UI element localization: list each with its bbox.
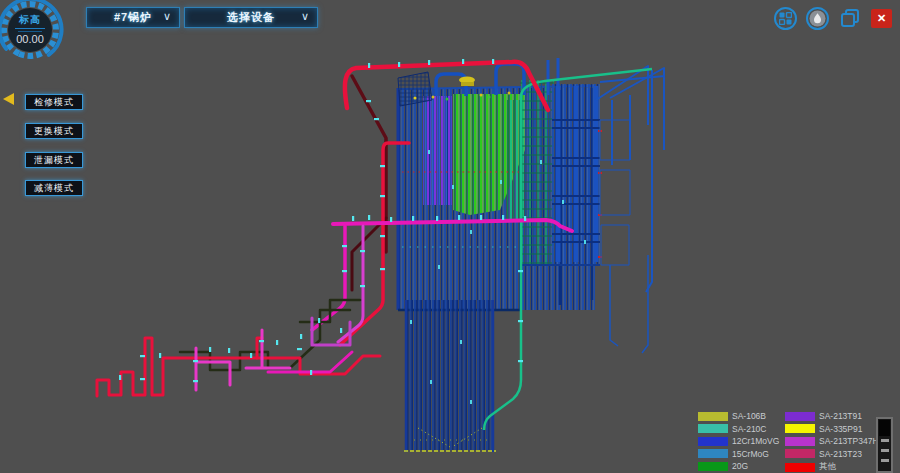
layout-grid-icon bbox=[779, 12, 792, 25]
collapse-arrow-icon[interactable] bbox=[3, 93, 14, 105]
chevron-down-icon: ∨ bbox=[163, 10, 171, 23]
legend-row: 12Cr1MoVG bbox=[698, 436, 779, 446]
droplet-icon bbox=[809, 10, 826, 27]
legend-swatch bbox=[698, 412, 728, 421]
furnace-hopper bbox=[404, 300, 496, 452]
gauge-label: 标高 bbox=[0, 13, 60, 27]
legend-row: 20G bbox=[698, 461, 748, 471]
boiler-3d-viewport[interactable] bbox=[0, 0, 900, 473]
legend-row: 15CrMoG bbox=[698, 449, 769, 459]
legend-code: 其他 bbox=[819, 461, 836, 473]
material-legend: SA-106B SA-210C 12Cr1MoVG 15CrMoG 20G SA… bbox=[694, 411, 894, 473]
mode-button-maintenance[interactable]: 检修模式 bbox=[25, 94, 83, 110]
scrollbar-tick bbox=[881, 459, 889, 462]
right-piping-frame bbox=[596, 66, 665, 353]
mode-button-replace[interactable]: 更换模式 bbox=[25, 123, 83, 139]
mode-button-thinning[interactable]: 减薄模式 bbox=[25, 180, 83, 196]
legend-swatch bbox=[785, 449, 815, 458]
legend-scrollbar[interactable] bbox=[876, 417, 893, 473]
legend-row: SA-213T23 bbox=[785, 449, 862, 459]
legend-code: SA-213T23 bbox=[819, 449, 862, 459]
device-select-dropdown[interactable]: 选择设备 ∨ bbox=[184, 7, 318, 28]
legend-code: 12Cr1MoVG bbox=[732, 436, 779, 446]
legend-row: 其他 bbox=[785, 461, 836, 473]
app-window: 标高 00.00 #7锅炉 ∨ 选择设备 ∨ bbox=[0, 0, 900, 473]
elevation-gauge: 标高 00.00 bbox=[0, 0, 66, 66]
droplet-icon-button[interactable] bbox=[806, 7, 829, 30]
legend-code: SA-335P91 bbox=[819, 424, 862, 434]
legend-code: SA-210C bbox=[732, 424, 767, 434]
legend-swatch bbox=[785, 412, 815, 421]
legend-swatch bbox=[785, 424, 815, 433]
legend-code: SA-106B bbox=[732, 411, 766, 421]
legend-swatch bbox=[698, 424, 728, 433]
boiler-select-value: #7锅炉 bbox=[114, 10, 152, 25]
window-controls: ✕ bbox=[774, 6, 892, 30]
legend-code: SA-213TP347H bbox=[819, 436, 879, 446]
gauge-value: 00.00 bbox=[0, 33, 60, 45]
copy-layers-icon-button[interactable] bbox=[838, 6, 862, 30]
boiler-select-dropdown[interactable]: #7锅炉 ∨ bbox=[86, 7, 180, 28]
legend-swatch bbox=[698, 449, 728, 458]
copy-layers-icon bbox=[839, 7, 861, 29]
legend-scrollbar-thumb[interactable] bbox=[879, 420, 890, 436]
legend-code: 20G bbox=[732, 461, 748, 471]
scrollbar-tick bbox=[881, 449, 889, 452]
legend-swatch bbox=[785, 437, 815, 446]
lower-left-pipe-network bbox=[97, 300, 380, 396]
device-select-value: 选择设备 bbox=[227, 10, 275, 25]
legend-swatch bbox=[785, 463, 815, 472]
gauge-divider-2 bbox=[18, 31, 42, 32]
legend-row: SA-213T91 bbox=[785, 411, 862, 421]
legend-swatch bbox=[698, 437, 728, 446]
legend-row: SA-106B bbox=[698, 411, 766, 421]
layout-grid-icon-button[interactable] bbox=[774, 7, 797, 30]
close-button[interactable]: ✕ bbox=[871, 9, 892, 28]
legend-row: SA-210C bbox=[698, 424, 767, 434]
legend-code: 15CrMoG bbox=[732, 449, 769, 459]
backpass-banks bbox=[520, 80, 602, 265]
gauge-divider bbox=[15, 28, 45, 29]
scrollbar-tick bbox=[881, 439, 889, 442]
legend-row: SA-213TP347H bbox=[785, 436, 879, 446]
legend-row: SA-335P91 bbox=[785, 424, 862, 434]
chevron-down-icon: ∨ bbox=[301, 10, 309, 23]
mode-button-leak[interactable]: 泄漏模式 bbox=[25, 152, 83, 168]
legend-swatch bbox=[698, 462, 728, 471]
legend-code: SA-213T91 bbox=[819, 411, 862, 421]
